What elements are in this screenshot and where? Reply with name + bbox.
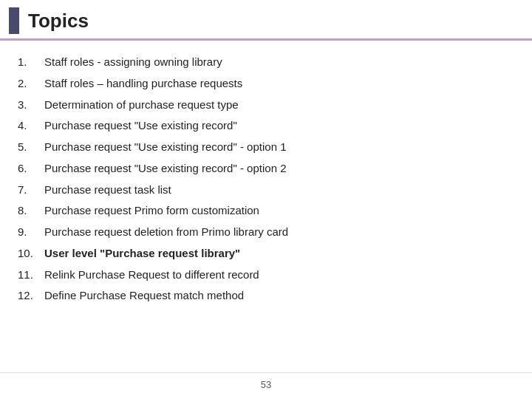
footer: 53 (0, 372, 532, 399)
content-area: 1.Staff roles - assigning owning library… (0, 41, 532, 372)
topic-text: Purchase request "Use existing record" -… (44, 139, 514, 155)
topic-number: 2. (18, 75, 44, 92)
list-item: 6.Purchase request "Use existing record"… (18, 160, 514, 177)
list-item: 2.Staff roles – handling purchase reques… (18, 75, 514, 92)
topic-number: 3. (18, 97, 44, 113)
page-wrapper: Topics 1.Staff roles - assigning owning … (0, 0, 532, 399)
topic-number: 10. (18, 245, 44, 262)
topic-text: Determination of purchase request type (44, 97, 514, 113)
topic-number: 6. (18, 160, 44, 177)
list-item: 3.Determination of purchase request type (18, 97, 514, 113)
list-item: 7.Purchase request task list (18, 182, 514, 198)
list-item: 12.Define Purchase Request match method (18, 287, 514, 304)
list-item: 5.Purchase request "Use existing record"… (18, 139, 514, 155)
topic-text: Purchase request "Use existing record" -… (44, 160, 514, 177)
topic-text: Purchase request Primo form customizatio… (44, 202, 514, 219)
topic-text: Purchase request task list (44, 182, 514, 198)
header-accent (9, 7, 19, 34)
list-item: 8.Purchase request Primo form customizat… (18, 202, 514, 219)
topic-text: Staff roles – handling purchase requests (44, 75, 514, 92)
header: Topics (0, 0, 532, 41)
topic-number: 9. (18, 224, 44, 240)
topic-number: 1. (18, 54, 44, 70)
topic-text: Define Purchase Request match method (44, 287, 514, 304)
topic-number: 8. (18, 202, 44, 219)
page-number: 53 (261, 379, 271, 390)
topic-number: 4. (18, 117, 44, 134)
list-item: 10.User level "Purchase request library" (18, 245, 514, 262)
topic-text: Relink Purchase Request to different rec… (44, 267, 514, 283)
list-item: 4.Purchase request "Use existing record" (18, 117, 514, 134)
topic-text: User level "Purchase request library" (44, 245, 514, 262)
topic-number: 11. (18, 267, 44, 283)
topic-number: 12. (18, 287, 44, 304)
list-item: 1.Staff roles - assigning owning library (18, 54, 514, 70)
page-title: Topics (28, 10, 89, 33)
list-item: 9.Purchase request deletion from Primo l… (18, 224, 514, 240)
list-item: 11.Relink Purchase Request to different … (18, 267, 514, 283)
topic-text: Purchase request "Use existing record" (44, 117, 514, 134)
topic-number: 7. (18, 182, 44, 198)
topic-text: Purchase request deletion from Primo lib… (44, 224, 514, 240)
topic-text: Staff roles - assigning owning library (44, 54, 514, 70)
topic-list: 1.Staff roles - assigning owning library… (18, 54, 514, 304)
topic-number: 5. (18, 139, 44, 155)
